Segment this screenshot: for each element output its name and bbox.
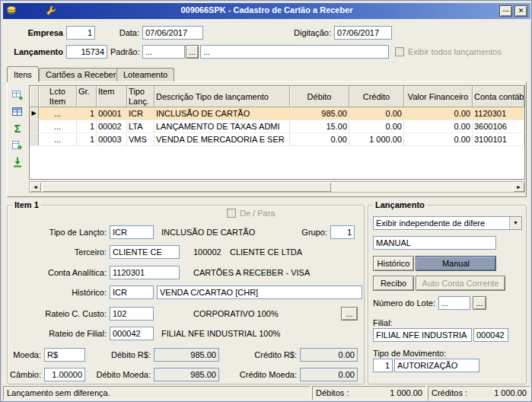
terceiro-field[interactable]: CLIENTE CE — [110, 245, 180, 259]
digitacao-label: Digitação: — [288, 26, 331, 40]
cell-tipo[interactable]: ICR — [127, 107, 155, 120]
historico-label: Histórico: — [8, 286, 107, 299]
manual-field[interactable]: MANUAL — [373, 236, 496, 250]
col-header-debito[interactable]: Débito — [290, 86, 349, 107]
manual-button[interactable]: Manual — [416, 256, 496, 271]
data-field[interactable]: 07/06/2017 — [142, 26, 203, 40]
rateio-filial-field[interactable]: 000042 — [110, 327, 154, 340]
numero-lote-browse-button[interactable]: ... — [473, 296, 486, 310]
move-last-icon[interactable] — [9, 154, 26, 171]
terceiro-nome: CLIENTE CE LTDA — [230, 245, 352, 259]
cell-valor-financeiro[interactable]: 0.00 — [404, 107, 473, 120]
padrao-label: Padrão: — [110, 45, 139, 59]
recibo-button[interactable]: Recibo — [373, 276, 414, 291]
filial-nome-field[interactable]: FILIAL NFE INDUSTRIA — [373, 328, 472, 342]
grid-icon[interactable] — [9, 104, 26, 120]
tab-loteamento[interactable]: Loteamento — [116, 68, 174, 81]
cell-conta[interactable]: 3100101 — [473, 133, 524, 145]
cell-debito[interactable]: 985.00 — [290, 107, 349, 120]
grid-horizontal-scrollbar[interactable]: ◄ ► — [29, 181, 525, 193]
rateio-filial-descricao: FILIAL NFE INDUSTRIAL 100% — [161, 327, 329, 340]
cell-conta[interactable]: 3600106 — [473, 120, 524, 132]
cell-credito[interactable]: 0.00 — [349, 107, 404, 120]
grid-row[interactable]: ... 1 00002 LTA LANÇAMENTO DE TAXAS ADMI… — [30, 120, 524, 133]
cell-subconta[interactable]: ... — [39, 120, 77, 132]
cell-item[interactable]: 00003 — [97, 133, 127, 145]
cell-subconta[interactable]: ... — [39, 133, 77, 145]
scrollbar-thumb[interactable] — [42, 182, 331, 192]
cell-gr[interactable]: 1 — [77, 120, 97, 132]
filial-codigo-field[interactable]: 000042 — [473, 328, 508, 342]
row-indicator[interactable] — [30, 120, 39, 132]
empresa-field[interactable]: 1 — [66, 26, 95, 40]
tab-cartoes-a-receber[interactable]: Cartões a Receber — [39, 68, 123, 81]
close-button[interactable]: ✕ — [514, 5, 527, 17]
current-row-indicator-icon[interactable]: ▶ — [30, 107, 39, 120]
sum-icon[interactable]: Σ — [9, 120, 26, 137]
de-para-checkbox[interactable] — [227, 209, 236, 218]
padrao-descricao-field[interactable]: ... — [200, 45, 389, 59]
padrao-browse-button[interactable]: ... — [186, 45, 199, 59]
add-item-icon[interactable] — [9, 87, 26, 104]
col-header-item[interactable]: Item — [97, 86, 127, 107]
exibir-todos-label: Exibir todos lançamentos — [408, 45, 514, 59]
tipo-lancto-field[interactable]: ICR — [110, 225, 154, 239]
export-icon[interactable] — [9, 137, 26, 154]
lancamento-field[interactable]: 15734 — [66, 45, 107, 59]
col-header-valor-financeiro[interactable]: Valor Financeiro — [404, 86, 473, 107]
moeda-field[interactable]: R$ — [44, 348, 85, 362]
digitacao-field[interactable]: 07/06/2017 — [334, 26, 392, 40]
historico-button[interactable]: Histórico — [373, 256, 414, 271]
col-header-tipo[interactable]: Tipo Lanç. — [127, 86, 155, 107]
rateio-custo-field[interactable]: 102 — [110, 307, 154, 321]
historico-texto-field[interactable]: VENDA C/CARTAO [CHR] — [157, 286, 362, 299]
cell-valor-financeiro[interactable]: 0.00 — [404, 120, 473, 132]
scroll-left-icon[interactable]: ◄ — [30, 182, 41, 192]
numero-lote-field[interactable]: ... — [438, 296, 470, 310]
conta-analitica-field[interactable]: 1120301 — [110, 266, 180, 279]
cell-credito[interactable]: 0.00 — [349, 120, 404, 132]
cell-debito[interactable]: 0.00 — [290, 133, 349, 145]
cell-descricao[interactable]: LANÇAMENTO DE TAXAS ADMI — [155, 120, 290, 132]
chevron-down-icon[interactable]: ▼ — [509, 217, 521, 229]
grid-corner — [30, 86, 39, 107]
cell-debito[interactable]: 15.00 — [290, 120, 349, 132]
tab-itens[interactable]: Itens — [7, 66, 39, 82]
historico-code-field[interactable]: ICR — [110, 286, 154, 299]
cambio-field[interactable]: 1.00000 — [44, 368, 85, 381]
col-header-credito[interactable]: Crédito — [349, 86, 404, 107]
exibir-todos-checkbox[interactable] — [395, 47, 404, 56]
cell-item[interactable]: 00001 — [97, 107, 127, 120]
col-header-subconta[interactable]: Lcto Item Subconta — [39, 86, 77, 107]
cell-descricao[interactable]: INCLUSÃO DE CARTÃO — [155, 107, 290, 120]
rateio-filial-label: Rateio de Filial: — [8, 327, 107, 340]
rateio-custo-browse-button[interactable]: ... — [341, 307, 358, 321]
col-header-gr[interactable]: Gr. — [77, 86, 97, 107]
col-header-conta[interactable]: Conta contábil — [473, 86, 524, 107]
cell-conta[interactable]: 1120301 — [473, 107, 524, 120]
padrao-field[interactable]: ... — [142, 45, 185, 59]
tipo-movimento-codigo-field[interactable]: 1 — [373, 359, 393, 372]
cell-tipo[interactable]: LTA — [127, 120, 155, 132]
cell-tipo[interactable]: VMS — [127, 133, 155, 145]
minimize-button[interactable]: — — [499, 5, 512, 17]
cell-gr[interactable]: 1 — [77, 133, 97, 145]
cell-credito[interactable]: 1 000.00 — [349, 133, 404, 145]
grid-row[interactable]: ... 1 00003 VMS VENDA DE MERCADORIA E SE… — [30, 133, 524, 146]
row-indicator[interactable] — [30, 133, 39, 145]
cell-subconta[interactable]: ... — [39, 107, 77, 120]
tipo-movimento-descricao-field[interactable]: AUTORIZAÇÃO — [394, 359, 479, 372]
cell-item[interactable]: 00002 — [97, 120, 127, 132]
exibir-combobox[interactable]: Exibir independente de difere ▼ — [373, 216, 522, 230]
items-grid[interactable]: Lcto Item Subconta Gr. Item Tipo Lanç. D… — [29, 85, 525, 180]
auto-conta-corrente-button[interactable]: Auto Conta Corrente — [416, 276, 505, 291]
tipo-lancto-descricao: INCLUSÃO DE CARTÃO — [161, 225, 291, 239]
cell-gr[interactable]: 1 — [77, 107, 97, 120]
cell-valor-financeiro[interactable]: 0.00 — [404, 133, 473, 145]
grupo-field[interactable]: 1 — [330, 225, 355, 239]
scroll-right-icon[interactable]: ► — [513, 182, 524, 192]
col-header-descricao[interactable]: Descrição Tipo de lançamento — [155, 86, 290, 107]
cell-descricao[interactable]: VENDA DE MERCADORIA E SER — [155, 133, 290, 145]
grid-header-row: Lcto Item Subconta Gr. Item Tipo Lanç. D… — [30, 86, 524, 107]
grid-row[interactable]: ▶ ... 1 00001 ICR INCLUSÃO DE CARTÃO 985… — [30, 107, 524, 120]
